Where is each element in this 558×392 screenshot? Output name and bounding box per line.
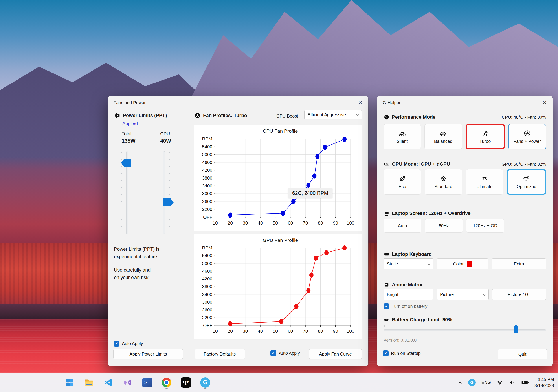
fan-auto-apply-checkbox[interactable]: ✓	[270, 350, 276, 356]
cpu-fan-curve-chart[interactable]: CPU Fan Profile102030405060708090100OFF2…	[194, 125, 362, 231]
screen-120hz-od-button[interactable]: 120Hz + OD	[466, 219, 504, 233]
svg-text:90: 90	[333, 328, 338, 334]
screen-60hz-button[interactable]: 60Hz	[425, 219, 463, 233]
taskbar: >_ ◆ ◆ ◆ ◆ G	[0, 373, 558, 392]
laptop-screen-title: Laptop Screen: 120Hz + Overdrive	[392, 210, 471, 216]
laptop-keyboard-header: Laptop Keyboard	[384, 251, 432, 257]
run-on-startup-checkbox[interactable]: ✓	[383, 350, 389, 356]
powershell-icon: >_	[142, 378, 152, 387]
svg-text:3800: 3800	[202, 284, 212, 289]
checkmark-icon: ✓	[385, 304, 388, 309]
cpu-power-slider-track[interactable]	[163, 151, 165, 234]
svg-text:5400: 5400	[202, 144, 212, 149]
ghelper-titlebar[interactable]: G-Helper ×	[377, 96, 553, 108]
svg-text:RPM: RPM	[202, 245, 212, 250]
anime-brightness-dropdown[interactable]: Bright	[384, 289, 433, 300]
perf-mode-silent-button[interactable]: Silent	[384, 124, 421, 150]
fans-titlebar[interactable]: Fans and Power ×	[108, 96, 368, 108]
anime-mode-dropdown[interactable]: Picture	[437, 289, 489, 300]
terminal-button[interactable]: >_	[140, 375, 154, 390]
power-limits-title: Power Limits (PPT)	[123, 113, 167, 118]
checkmark-icon: ✓	[384, 351, 387, 356]
clock[interactable]: 6:45 PM 3/18/2023	[534, 377, 554, 389]
cpu-fan-chart-panel[interactable]: CPU Fan Profile102030405060708090100OFF2…	[194, 125, 362, 231]
svg-text:70: 70	[303, 220, 308, 225]
screen-auto-button[interactable]: Auto	[384, 219, 421, 233]
bulb-gear-icon	[523, 175, 531, 183]
vscode-button[interactable]	[101, 375, 115, 390]
svg-text:100: 100	[347, 328, 354, 334]
apply-power-limits-button[interactable]: Apply Power Limits	[113, 349, 183, 359]
svg-text:CPU Fan Profile: CPU Fan Profile	[263, 128, 298, 134]
gpu-buttons-row: Eco Standard Ultimate	[384, 169, 546, 195]
keyboard-mode-dropdown[interactable]: Static	[384, 259, 433, 269]
battery-slider-ticks	[384, 325, 545, 327]
close-icon[interactable]: ×	[540, 98, 550, 107]
desktop: Fans and Power × Power Limits (PPT) Appl…	[0, 0, 558, 392]
gpu-fan-curve-chart[interactable]: GPU Fan Profile102030405060708090100OFF2…	[194, 234, 362, 339]
gpu-fan-chart-panel[interactable]: GPU Fan Profile102030405060708090100OFF2…	[194, 234, 362, 339]
gpu-mode-standard-button[interactable]: Standard	[425, 169, 462, 195]
chrome-button[interactable]	[159, 375, 174, 390]
chevron-down-icon	[427, 262, 430, 265]
picture-gif-button[interactable]: Picture / Gif	[492, 289, 546, 300]
file-explorer-button[interactable]	[82, 375, 96, 390]
gpu-mode-optimized-button[interactable]: Optimized	[507, 169, 546, 195]
speaker-icon[interactable]	[509, 380, 515, 385]
svg-text:90: 90	[333, 220, 338, 225]
checkmark-icon: ✓	[115, 341, 118, 346]
running-indicator	[166, 389, 168, 389]
anime-battery-checkbox-row: ✓ Turn off on battery	[384, 303, 546, 309]
cpu-boost-dropdown[interactable]: Efficient Aggressive	[304, 110, 362, 119]
chevron-down-icon	[427, 293, 430, 296]
dot-matrix-icon	[384, 282, 390, 288]
chevron-up-icon[interactable]	[458, 380, 462, 385]
svg-text:4600: 4600	[202, 268, 212, 274]
quit-button[interactable]: Quit	[498, 349, 547, 359]
keyboard-color-button[interactable]: Color	[437, 259, 488, 269]
ghelper-taskbar-button[interactable]: G	[198, 375, 212, 390]
clock-time: 6:45 PM	[534, 377, 554, 383]
chevron-down-icon	[483, 293, 486, 296]
battery-slider-track[interactable]	[384, 329, 546, 331]
power-auto-apply-label: Auto Apply	[122, 341, 143, 346]
factory-defaults-button[interactable]: Factory Defaults	[194, 349, 245, 359]
svg-text:3000: 3000	[202, 191, 212, 196]
power-auto-apply-checkbox[interactable]: ✓	[113, 341, 120, 347]
bicycle-icon	[398, 129, 406, 137]
cpu-power-slider-handle[interactable]	[164, 198, 174, 206]
perf-mode-fans-power-button[interactable]: Fans + Power	[508, 124, 546, 150]
tidal-button[interactable]: ◆ ◆ ◆ ◆	[179, 375, 193, 390]
ghelper-tray-icon[interactable]: G	[468, 379, 476, 386]
perf-mode-turbo-button[interactable]: Turbo	[466, 124, 505, 150]
fan-curve-tooltip: 62C, 2400 RPM	[288, 188, 332, 198]
g-helper-window: G-Helper × Performance Mode CPU: 48°C - …	[377, 96, 553, 366]
svg-text:40: 40	[258, 220, 263, 225]
start-button[interactable]	[63, 375, 77, 390]
language-indicator[interactable]: ENG	[481, 380, 491, 385]
wifi-icon[interactable]	[497, 380, 503, 385]
perf-mode-balanced-button[interactable]: Balanced	[424, 124, 462, 150]
svg-text:OFF: OFF	[203, 215, 212, 219]
gpu-card-icon	[384, 161, 390, 167]
close-icon[interactable]: ×	[355, 98, 365, 107]
svg-text:80: 80	[318, 328, 323, 334]
battery-header-row: Battery Charge Limit: 90%	[384, 317, 546, 323]
svg-text:5000: 5000	[202, 261, 212, 266]
svg-text:80: 80	[318, 220, 323, 225]
turn-off-on-battery-checkbox[interactable]: ✓	[384, 303, 389, 309]
performance-mode-title: Performance Mode	[392, 114, 436, 120]
battery-tray-icon[interactable]	[521, 380, 529, 385]
warning-line: experimental feature.	[114, 253, 159, 260]
gauge-icon	[384, 114, 390, 120]
gpu-mode-eco-button[interactable]: Eco	[384, 169, 421, 195]
keyboard-icon	[384, 251, 390, 257]
battery-limit-header: Battery Charge Limit: 90%	[384, 317, 452, 323]
keyboard-extra-button[interactable]: Extra	[492, 259, 546, 269]
gpu-mode-ultimate-button[interactable]: Ultimate	[466, 169, 503, 195]
total-power-slider-handle[interactable]	[121, 159, 131, 167]
apply-fan-curve-button[interactable]: Apply Fan Curve	[309, 349, 362, 359]
version-link[interactable]: Version: 0.31.0.0	[384, 338, 417, 343]
visual-studio-button[interactable]	[121, 375, 135, 390]
svg-text:2600: 2600	[202, 199, 212, 204]
